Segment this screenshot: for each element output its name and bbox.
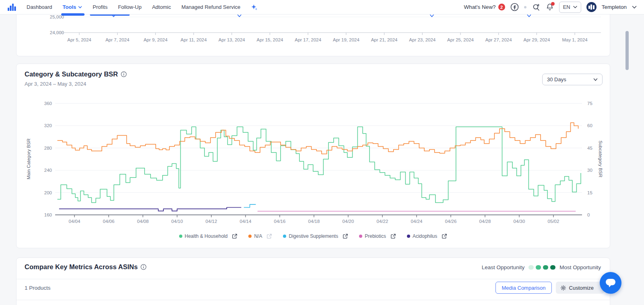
svg-text:240: 240 xyxy=(44,168,52,173)
svg-text:60: 60 xyxy=(587,123,592,128)
svg-text:Apr 29, 2024: Apr 29, 2024 xyxy=(523,37,550,42)
nav-item-profits[interactable]: Profits xyxy=(93,4,107,10)
info-icon[interactable] xyxy=(121,71,127,77)
svg-text:Apr 5, 2024: Apr 5, 2024 xyxy=(67,37,91,42)
legend-label: Digestive Supplements xyxy=(289,233,338,239)
search-sparkle-icon[interactable] xyxy=(532,3,541,12)
legend-label: Health & Household xyxy=(185,233,228,239)
products-count: 1 Products xyxy=(25,285,51,291)
external-link-icon[interactable] xyxy=(266,233,272,239)
svg-text:160: 160 xyxy=(44,212,52,217)
period-value: 30 Days xyxy=(547,76,566,82)
app-logo-icon[interactable] xyxy=(7,3,16,12)
least-opportunity-label: Least Opportunity xyxy=(482,264,525,270)
chevron-down-icon[interactable] xyxy=(632,6,637,9)
svg-text:Apr 17, 2024: Apr 17, 2024 xyxy=(295,37,321,42)
divider xyxy=(17,279,610,279)
customize-label: Customize xyxy=(569,285,594,291)
customize-button[interactable]: Customize xyxy=(556,282,604,294)
nav-item-label: Follow-Up xyxy=(118,4,142,10)
svg-text:360: 360 xyxy=(44,101,52,106)
svg-text:04/16: 04/16 xyxy=(274,219,286,224)
notification-dot xyxy=(551,2,555,6)
external-link-icon[interactable] xyxy=(343,233,348,239)
svg-text:75: 75 xyxy=(587,101,592,106)
nav-item-label: Tools xyxy=(63,4,76,10)
nav-item-label: Adtomic xyxy=(152,4,171,10)
nav-item-label: Dashboard xyxy=(27,4,52,10)
nav-item-tools[interactable]: Tools xyxy=(63,4,83,10)
whats-new-label: What's New? xyxy=(464,4,496,10)
legend-item[interactable]: N/A xyxy=(248,233,272,239)
bsr-date-range: Apr 3, 2024 – May 3, 2024 xyxy=(25,81,127,87)
whats-new-badge: 2 xyxy=(498,4,505,10)
nav-item-dashboard[interactable]: Dashboard xyxy=(27,4,52,10)
external-link-icon[interactable] xyxy=(442,233,447,239)
opportunity-dot xyxy=(528,265,534,270)
nav-item-label: Managed Refund Service xyxy=(182,4,241,10)
nav-item-adtomic[interactable]: Adtomic xyxy=(152,4,171,10)
svg-text:30: 30 xyxy=(587,168,592,173)
legend-item[interactable]: Acidophilus xyxy=(407,233,447,239)
nav-item-label: Profits xyxy=(93,4,107,10)
svg-text:04/20: 04/20 xyxy=(343,219,354,224)
account-avatar[interactable] xyxy=(586,2,597,12)
svg-text:May 1, 2024: May 1, 2024 xyxy=(562,37,588,42)
svg-text:04/28: 04/28 xyxy=(479,219,491,224)
most-opportunity-label: Most Opportunity xyxy=(559,264,601,270)
svg-text:04/26: 04/26 xyxy=(445,219,457,224)
svg-text:04/12: 04/12 xyxy=(206,219,217,224)
external-link-icon[interactable] xyxy=(390,233,396,239)
svg-text:200: 200 xyxy=(44,190,52,195)
external-link-icon[interactable] xyxy=(232,233,237,239)
opportunity-dot xyxy=(536,265,541,270)
chat-bubble-icon xyxy=(605,278,616,288)
svg-text:04/18: 04/18 xyxy=(308,219,320,224)
svg-text:04/10: 04/10 xyxy=(171,219,183,224)
media-comparison-button[interactable]: Media Comparison xyxy=(495,282,551,294)
legend-label: Acidophilus xyxy=(413,233,437,239)
bsr-chart[interactable]: 3603202802402001607560453015004/0404/060… xyxy=(17,95,610,228)
bsr-legend: Health & HouseholdN/ADigestive Supplemen… xyxy=(17,233,610,239)
svg-text:Apr 11, 2024: Apr 11, 2024 xyxy=(181,37,207,42)
legend-item[interactable]: Digestive Supplements xyxy=(283,233,348,239)
page-scrollbar-thumb[interactable] xyxy=(625,31,629,70)
facebook-icon[interactable] xyxy=(510,3,519,11)
sparkle-icon[interactable] xyxy=(251,4,258,11)
info-icon[interactable] xyxy=(140,264,147,270)
svg-text:04/22: 04/22 xyxy=(377,219,388,224)
svg-text:04/30: 04/30 xyxy=(514,219,525,224)
svg-text:45: 45 xyxy=(587,146,592,150)
opportunity-dot xyxy=(550,265,555,270)
whats-new-link[interactable]: What's New? 2 xyxy=(464,4,505,10)
sales-mini-chart[interactable]: 25,00024,000Apr 5, 2024Apr 7, 2024Apr 9,… xyxy=(17,13,610,56)
period-dropdown[interactable]: 30 Days xyxy=(542,74,603,85)
legend-item[interactable]: Health & Household xyxy=(179,233,238,239)
svg-text:04/04: 04/04 xyxy=(69,219,80,224)
svg-text:0: 0 xyxy=(587,212,590,217)
language-select[interactable]: EN xyxy=(559,2,581,13)
svg-text:320: 320 xyxy=(44,123,52,128)
nav-items: DashboardToolsProfitsFollow-UpAdtomicMan… xyxy=(27,4,240,10)
status-dot xyxy=(524,6,526,8)
nav-item-follow-up[interactable]: Follow-Up xyxy=(118,4,142,10)
legend-item[interactable]: Prebiotics xyxy=(359,233,396,239)
legend-dot xyxy=(359,235,362,238)
chevron-down-icon xyxy=(78,6,82,9)
svg-text:04/24: 04/24 xyxy=(411,219,423,224)
svg-text:280: 280 xyxy=(44,146,52,150)
account-name[interactable]: Templeton xyxy=(602,4,627,10)
opportunity-scale: Least Opportunity Most Opportunity xyxy=(482,264,601,270)
svg-text:04/08: 04/08 xyxy=(137,219,149,224)
opportunity-dot xyxy=(543,265,548,270)
svg-text:Subcategory BSR: Subcategory BSR xyxy=(598,140,603,177)
svg-text:05/02: 05/02 xyxy=(548,219,559,224)
nav-item-managed-refund-service[interactable]: Managed Refund Service xyxy=(182,4,241,10)
legend-dot xyxy=(283,235,286,238)
svg-text:Apr 9, 2024: Apr 9, 2024 xyxy=(144,37,168,42)
chat-widget-button[interactable] xyxy=(600,272,621,294)
legend-label: Prebiotics xyxy=(365,233,386,239)
svg-text:04/14: 04/14 xyxy=(240,219,252,224)
compare-metrics-card: Compare Key Metrics Across ASINs Least O… xyxy=(16,258,610,305)
legend-dot xyxy=(248,235,252,238)
